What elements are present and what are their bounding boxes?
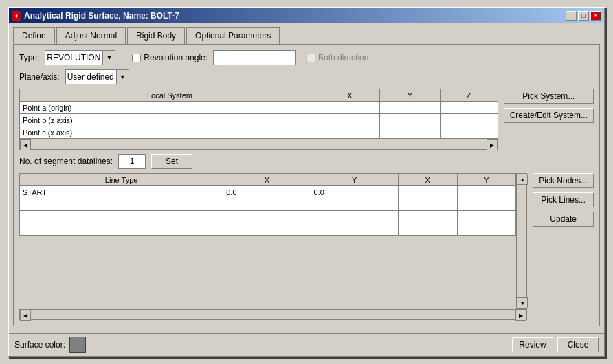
row-point-a-x[interactable] [320, 102, 379, 114]
pick-lines-button[interactable]: Pick Lines... [533, 192, 594, 207]
row-point-b-label: Point b (z axis) [20, 114, 320, 126]
lower-vscroll-down[interactable]: ▼ [517, 297, 528, 308]
create-edit-system-button[interactable]: Create/Edit System... [504, 108, 594, 123]
lower-row-y2[interactable] [457, 186, 516, 198]
main-window: ♦ Analytical Rigid Surface, Name: BOLT-7… [8, 7, 605, 357]
upper-table-area: Local System X Y Z Point a (origin) [19, 89, 594, 150]
lower-vscroll-up[interactable]: ▲ [517, 174, 528, 185]
lower-row-y1[interactable]: 0.0 [311, 186, 398, 198]
lower-hscroll-left[interactable]: ◀ [20, 310, 31, 321]
table-row: Point c (x axis) [20, 126, 498, 139]
lower-hscroll-track [31, 310, 515, 319]
revolution-angle-wrap: Revolution angle: [132, 53, 208, 62]
lower-col-x2: X [398, 174, 457, 186]
plane-axis-label: Plane/axis: [19, 72, 60, 82]
lower-table-area: Line Type X Y X Y START [19, 173, 594, 320]
lower-right-buttons: Pick Nodes... Pick Lines... Update [533, 173, 594, 320]
lower-table: Line Type X Y X Y START [19, 173, 516, 236]
bottom-bar: Surface color: Review Close [9, 333, 604, 356]
bottom-right-buttons: Review Close [512, 337, 599, 352]
maximize-button[interactable]: □ [578, 11, 589, 21]
table-row: Point b (z axis) [20, 114, 498, 126]
row-point-c-label: Point c (x axis) [20, 126, 320, 139]
tab-optional-parameters[interactable]: Optional Parameters [186, 27, 280, 44]
plane-axis-select-wrap[interactable]: User definedXY PlaneYZ PlaneZX Plane ▼ [65, 69, 129, 84]
lower-table-hscroll-bar[interactable]: ◀ ▶ [19, 309, 527, 320]
upper-table-hscroll-bar[interactable]: ◀ ▶ [19, 139, 498, 150]
lower-table-row: START 0.0 0.0 [20, 186, 516, 198]
lower-col-type: Line Type [20, 174, 223, 186]
title-buttons: ─ □ ✕ [566, 11, 601, 21]
plane-axis-dropdown-arrow[interactable]: ▼ [116, 70, 129, 84]
segment-input[interactable] [118, 154, 146, 169]
minimize-button[interactable]: ─ [566, 11, 577, 21]
type-select-wrap[interactable]: REVOLUTIONEXTRUDEPLANAR ▼ [45, 50, 115, 65]
tab-adjust-normal[interactable]: Adjust Normal [56, 27, 126, 44]
segment-row: No. of segment datalines: Set [19, 154, 594, 169]
upper-hscroll-right[interactable]: ▶ [487, 139, 498, 150]
title-bar: ♦ Analytical Rigid Surface, Name: BOLT-7… [9, 8, 604, 23]
lower-col-y1: Y [311, 174, 398, 186]
tabs: Define Adjust Normal Rigid Body Optional… [13, 27, 600, 44]
type-row: Type: REVOLUTIONEXTRUDEPLANAR ▼ Revoluti… [19, 50, 594, 65]
type-select[interactable]: REVOLUTIONEXTRUDEPLANAR [45, 51, 102, 65]
upper-hscroll-left[interactable]: ◀ [20, 139, 31, 150]
upper-col-local: Local System [20, 89, 320, 102]
row-point-c-z[interactable] [440, 126, 498, 139]
type-dropdown-arrow[interactable]: ▼ [102, 51, 115, 65]
upper-col-y: Y [380, 89, 440, 102]
tab-rigid-body[interactable]: Rigid Body [127, 27, 185, 44]
close-window-button[interactable]: ✕ [590, 11, 601, 21]
revolution-angle-label: Revolution angle: [144, 53, 208, 62]
pick-system-button[interactable]: Pick System... [504, 89, 594, 104]
color-swatch[interactable] [69, 337, 86, 353]
lower-table-wrap: Line Type X Y X Y START [19, 173, 527, 320]
segment-label: No. of segment datalines: [19, 157, 113, 166]
revolution-angle-checkbox[interactable] [132, 54, 141, 62]
row-point-a-y[interactable] [380, 102, 440, 114]
lower-row-x2[interactable] [398, 186, 457, 198]
both-direction-label: Both direction [318, 53, 368, 62]
tab-define-content: Type: REVOLUTIONEXTRUDEPLANAR ▼ Revoluti… [13, 44, 600, 326]
close-button[interactable]: Close [557, 337, 599, 352]
window-title: Analytical Rigid Surface, Name: BOLT-7 [24, 11, 179, 21]
lower-row-type: START [20, 186, 223, 198]
lower-table-row-empty1 [20, 198, 516, 211]
table-row: Point a (origin) [20, 102, 498, 114]
row-point-a-z[interactable] [440, 102, 498, 114]
row-point-b-z[interactable] [440, 114, 498, 126]
pick-nodes-button[interactable]: Pick Nodes... [533, 173, 594, 188]
both-direction-wrap: Both direction [306, 53, 368, 62]
window-icon: ♦ [12, 11, 21, 21]
both-direction-checkbox[interactable] [306, 54, 315, 62]
revolution-angle-input[interactable] [213, 50, 296, 65]
type-label: Type: [19, 53, 39, 62]
tab-define[interactable]: Define [13, 27, 55, 44]
row-point-c-y[interactable] [380, 126, 440, 139]
upper-hscroll-track [31, 139, 487, 149]
lower-table-vscroll[interactable]: ▲ ▼ [516, 173, 527, 309]
surface-color-label: Surface color: [14, 340, 65, 350]
upper-col-z: Z [440, 89, 498, 102]
lower-table-row-empty3 [20, 223, 516, 236]
row-point-b-y[interactable] [380, 114, 440, 126]
surface-color-area: Surface color: [14, 337, 86, 353]
set-button[interactable]: Set [151, 154, 192, 169]
lower-hscroll-right[interactable]: ▶ [515, 310, 526, 321]
upper-table: Local System X Y Z Point a (origin) [19, 89, 498, 139]
upper-table-wrap: Local System X Y Z Point a (origin) [19, 89, 498, 150]
plane-axis-select[interactable]: User definedXY PlaneYZ PlaneZX Plane [66, 70, 116, 84]
row-point-c-x[interactable] [320, 126, 379, 139]
update-button[interactable]: Update [533, 212, 594, 227]
window-content: Define Adjust Normal Rigid Body Optional… [9, 23, 604, 330]
review-button[interactable]: Review [512, 337, 553, 352]
row-point-b-x[interactable] [320, 114, 379, 126]
upper-col-x: X [320, 89, 379, 102]
lower-col-x1: X [223, 174, 311, 186]
lower-row-x1[interactable]: 0.0 [223, 186, 311, 198]
lower-col-y2: Y [457, 174, 516, 186]
row-point-a-label: Point a (origin) [20, 102, 320, 114]
plane-axis-row: Plane/axis: User definedXY PlaneYZ Plane… [19, 69, 594, 84]
upper-right-buttons: Pick System... Create/Edit System... [504, 89, 594, 150]
lower-vscroll-track [517, 185, 526, 297]
